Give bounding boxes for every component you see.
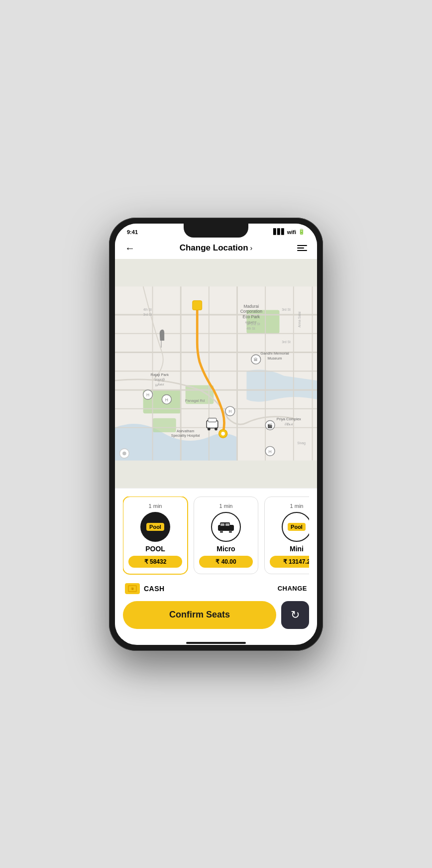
header-title-container: Change Location ›	[180, 243, 253, 253]
svg-text:🏛: 🏛	[254, 357, 258, 362]
ride-card-pool[interactable]: 1 min Pool POOL ₹ 58432	[123, 496, 188, 574]
mini-pool-badge: Pool	[288, 523, 306, 531]
micro-name: Micro	[216, 545, 235, 553]
payment-method-label: CASH	[144, 585, 165, 593]
svg-text:Gandhi Memorial: Gandhi Memorial	[260, 351, 289, 356]
svg-text:₹: ₹	[132, 588, 133, 591]
svg-text:3rd St: 3rd St	[282, 340, 291, 343]
svg-text:Asirvatham: Asirvatham	[177, 429, 195, 433]
svg-text:4th St: 4th St	[143, 308, 152, 311]
phone-screen: 9:41 ▋▋▋ wifi 🔋 ← Change Location ›	[115, 224, 317, 645]
svg-text:🎬: 🎬	[267, 423, 273, 428]
pool-price: ₹ 58432	[128, 556, 182, 568]
svg-text:3rd St: 3rd St	[143, 312, 152, 316]
mini-price: ₹ 13147.2	[270, 556, 309, 568]
cash-icon: ₹	[125, 583, 140, 594]
back-button[interactable]: ←	[125, 243, 135, 254]
menu-button[interactable]	[297, 245, 307, 251]
notch	[184, 224, 248, 238]
map-container: Madurai Corporation Eco Park மதுரை Gandh…	[115, 259, 317, 488]
svg-text:Speciality Hospital: Speciality Hospital	[171, 434, 200, 438]
battery-icon: 🔋	[298, 229, 305, 235]
svg-text:Museum: Museum	[268, 356, 282, 360]
micro-price: ₹ 40.00	[199, 556, 253, 568]
payment-left: ₹ CASH	[125, 583, 165, 594]
svg-text:H: H	[269, 449, 272, 454]
menu-line-2	[297, 248, 304, 248]
car-icon	[217, 521, 235, 533]
mini-icon-circle: Pool	[282, 512, 309, 542]
svg-text:Panagal Rd: Panagal Rd	[185, 398, 205, 402]
svg-text:பிரியா: பிரியா	[285, 422, 293, 425]
change-payment-button[interactable]: CHANGE	[278, 585, 307, 592]
svg-text:3rd St: 3rd St	[282, 308, 291, 311]
payment-row: ₹ CASH CHANGE	[123, 583, 309, 594]
svg-point-61	[122, 451, 126, 455]
svg-text:Eco Park: Eco Park	[243, 314, 260, 319]
home-indicator	[186, 642, 246, 644]
mini-name: Mini	[290, 545, 304, 553]
svg-point-25	[215, 427, 217, 430]
micro-icon-circle	[211, 512, 241, 542]
mini-time: 1 min	[290, 503, 304, 509]
svg-rect-67	[225, 523, 229, 526]
header-title-text: Change Location	[180, 243, 248, 253]
svg-text:Corporation: Corporation	[240, 309, 263, 314]
svg-text:Priya Complex: Priya Complex	[277, 417, 301, 421]
svg-text:Sivag: Sivag	[297, 441, 306, 445]
pool-badge: Pool	[146, 523, 164, 531]
status-time: 9:41	[127, 229, 138, 235]
wifi-icon: wifi	[287, 229, 296, 235]
ride-card-mini[interactable]: 1 min Pool Mini ₹ 13147.2	[264, 496, 309, 574]
pool-time: 1 min	[149, 503, 162, 509]
phone-frame: 9:41 ▋▋▋ wifi 🔋 ← Change Location ›	[109, 218, 323, 651]
signal-icon: ▋▋▋	[273, 229, 285, 235]
svg-rect-19	[193, 300, 202, 310]
cash-bill-icon: ₹	[128, 585, 137, 592]
menu-line-3	[297, 250, 307, 251]
status-icons: ▋▋▋ wifi 🔋	[273, 229, 305, 235]
refresh-button[interactable]: ↻	[281, 601, 309, 629]
svg-rect-66	[220, 523, 224, 526]
action-row: Confirm Seats ↻	[123, 601, 309, 629]
menu-line-1	[297, 245, 307, 246]
svg-rect-23	[208, 418, 216, 422]
svg-text:பூங்கா: பூங்கா	[155, 382, 164, 386]
svg-text:4th St: 4th St	[246, 327, 255, 330]
header: ← Change Location ›	[115, 239, 317, 259]
micro-time: 1 min	[219, 503, 233, 509]
svg-text:H: H	[165, 397, 168, 402]
bottom-panel: 1 min Pool POOL ₹ 58432 1 min	[115, 488, 317, 639]
svg-text:H: H	[146, 392, 149, 397]
svg-text:Rajaji Park: Rajaji Park	[150, 372, 169, 376]
refresh-icon: ↻	[291, 609, 300, 621]
svg-text:W 2nd St: W 2nd St	[246, 322, 260, 325]
svg-rect-2	[153, 418, 176, 432]
svg-point-21	[221, 432, 225, 436]
ride-card-micro[interactable]: 1 min Micro ₹ 40.00	[194, 496, 258, 574]
svg-point-24	[208, 427, 211, 430]
map-svg: Madurai Corporation Eco Park மதுரை Gandh…	[115, 259, 317, 488]
pool-name: POOL	[145, 545, 165, 553]
svg-text:Anna Salai: Anna Salai	[298, 311, 301, 327]
pool-icon-circle: Pool	[140, 512, 170, 542]
confirm-seats-button[interactable]: Confirm Seats	[123, 601, 276, 629]
svg-text:H: H	[228, 409, 231, 414]
svg-text:Madurai: Madurai	[243, 303, 259, 308]
header-chevron-icon[interactable]: ›	[250, 244, 253, 252]
rides-scroll[interactable]: 1 min Pool POOL ₹ 58432 1 min	[123, 496, 309, 576]
